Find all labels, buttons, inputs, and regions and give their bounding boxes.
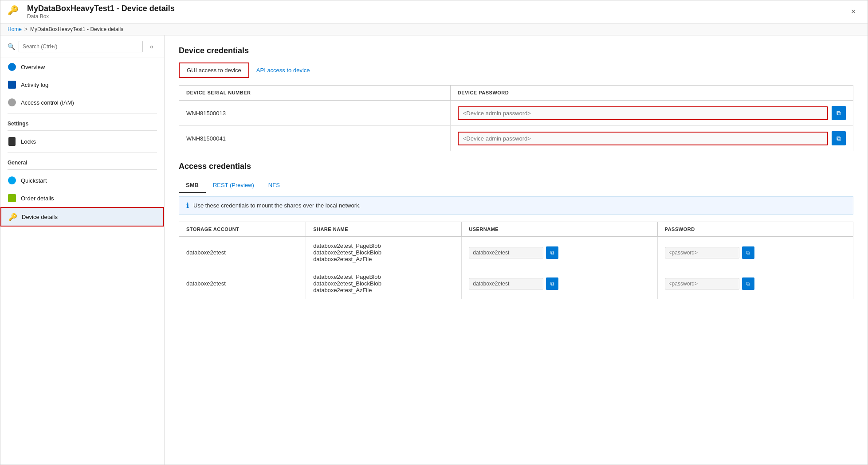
password-cell-2: ⧉ <box>450 126 853 151</box>
breadcrumb-home[interactable]: Home <box>8 26 22 32</box>
tab-smb[interactable]: SMB <box>179 178 206 193</box>
copy-icon: ⧉ <box>746 250 750 256</box>
main-layout: 🔍 « Overview Activity log <box>0 35 868 465</box>
breadcrumb-sep: > <box>24 26 27 32</box>
copy-password-button-2[interactable]: ⧉ <box>832 131 846 145</box>
share-name-cell: databoxe2etest_PageBlob databoxe2etest_B… <box>306 237 462 268</box>
page-subtitle: Data Box <box>27 13 846 20</box>
device-icon: 🔑 <box>8 212 17 221</box>
sidebar-item-label: Activity log <box>21 82 48 88</box>
breadcrumb-current: MyDataBoxHeavyTest1 - Device details <box>30 26 123 32</box>
search-input[interactable] <box>19 41 143 52</box>
copy-access-password-button-2[interactable]: ⧉ <box>742 277 754 290</box>
username-input-1[interactable] <box>469 247 543 258</box>
quickstart-icon <box>8 176 16 185</box>
sidebar-item-order-details[interactable]: Order details <box>0 189 164 207</box>
sidebar-divider-general <box>8 152 157 152</box>
col-storage-account: STORAGE ACCOUNT <box>179 222 306 237</box>
search-icon: 🔍 <box>8 43 15 50</box>
username-input-2[interactable] <box>469 278 543 289</box>
sidebar-item-overview[interactable]: Overview <box>0 58 164 76</box>
serial-number-cell: WNH81500013 <box>179 100 451 126</box>
sidebar-item-label: Quickstart <box>21 177 47 184</box>
sidebar-search-bar: 🔍 « <box>0 35 164 58</box>
serial-number-cell: WNH81500041 <box>179 126 451 151</box>
sidebar-divider-settings2 <box>8 130 157 131</box>
col-device-password: DEVICE PASSWORD <box>450 86 853 101</box>
col-password: PASSWORD <box>657 222 853 237</box>
settings-section-header: Settings <box>0 115 164 129</box>
copy-icon: ⧉ <box>746 281 750 287</box>
order-icon <box>8 194 16 203</box>
device-password-input-2[interactable] <box>458 132 828 145</box>
storage-account-cell: databoxe2etest <box>179 237 306 268</box>
sidebar-item-label: Order details <box>21 195 54 202</box>
sidebar-item-access-control[interactable]: Access control (IAM) <box>0 94 164 111</box>
password-input-1[interactable] <box>665 247 739 258</box>
access-credentials-title: Access credentials <box>179 162 853 171</box>
share-name-line1: databoxe2etest_PageBlob <box>313 242 454 249</box>
app-icon: 🔑 <box>8 5 22 19</box>
copy-icon: ⧉ <box>550 250 554 256</box>
share-name-line3: databoxe2etest_AzFile <box>313 287 454 293</box>
col-share-name: SHARE NAME <box>306 222 462 237</box>
cloud-icon <box>8 63 16 71</box>
tab-nfs[interactable]: NFS <box>261 178 287 193</box>
sidebar-item-locks[interactable]: Locks <box>0 133 164 150</box>
share-name-line1: databoxe2etest_PageBlob <box>313 274 454 280</box>
sidebar-item-activity-log[interactable]: Activity log <box>0 76 164 94</box>
sidebar-item-label: Locks <box>21 138 36 145</box>
sidebar-item-label: Access control (IAM) <box>21 99 74 106</box>
share-name-line2: databoxe2etest_BlockBlob <box>313 280 454 287</box>
sidebar-item-quickstart[interactable]: Quickstart <box>0 172 164 189</box>
sidebar: 🔍 « Overview Activity log <box>0 35 165 465</box>
share-name-cell: databoxe2etest_PageBlob databoxe2etest_B… <box>306 268 462 299</box>
sidebar-divider-settings <box>8 113 157 113</box>
info-bar: ℹ Use these credentials to mount the sha… <box>179 196 853 215</box>
copy-username-button-2[interactable]: ⧉ <box>546 277 558 290</box>
password-field-cell: ⧉ <box>657 237 853 268</box>
col-username: USERNAME <box>462 222 657 237</box>
sidebar-divider-general2 <box>8 169 157 170</box>
device-tab-bar: GUI access to device API access to devic… <box>179 63 853 78</box>
username-cell: ⧉ <box>462 237 657 268</box>
table-row: WNH81500013 ⧉ <box>179 100 853 126</box>
page-title: MyDataBoxHeavyTest1 - Device details <box>27 4 846 13</box>
copy-icon: ⧉ <box>837 109 841 117</box>
general-section-header: General <box>0 154 164 168</box>
username-cell-2: ⧉ <box>462 268 657 299</box>
content-area: Device credentials GUI access to device … <box>165 35 868 465</box>
lock-icon <box>8 137 16 146</box>
password-cell-1: ⧉ <box>450 100 853 126</box>
activity-icon <box>8 80 16 89</box>
breadcrumb: Home > MyDataBoxHeavyTest1 - Device deta… <box>0 23 868 35</box>
tab-gui-access[interactable]: GUI access to device <box>179 63 249 78</box>
col-serial-number: DEVICE SERIAL NUMBER <box>179 86 451 101</box>
tab-api-access[interactable]: API access to device <box>249 63 317 78</box>
storage-account-cell: databoxe2etest <box>179 268 306 299</box>
info-icon: ℹ <box>186 201 189 210</box>
info-message: Use these credentials to mount the share… <box>193 202 361 209</box>
password-field-cell-2: ⧉ <box>657 268 853 299</box>
copy-password-button-1[interactable]: ⧉ <box>832 106 846 120</box>
password-input-2[interactable] <box>665 278 739 289</box>
sidebar-item-label: Overview <box>21 64 45 70</box>
title-bar: 🔑 MyDataBoxHeavyTest1 - Device details D… <box>0 0 868 23</box>
table-row: WNH81500041 ⧉ <box>179 126 853 151</box>
access-tab-bar: SMB REST (Preview) NFS <box>179 178 853 193</box>
device-credentials-title: Device credentials <box>179 46 853 55</box>
sidebar-item-device-details[interactable]: 🔑 Device details <box>0 207 164 227</box>
copy-icon: ⧉ <box>837 135 841 142</box>
share-name-line2: databoxe2etest_BlockBlob <box>313 249 454 256</box>
access-credentials-table: STORAGE ACCOUNT SHARE NAME USERNAME PASS… <box>179 222 853 299</box>
device-password-input-1[interactable] <box>458 106 828 120</box>
copy-access-password-button-1[interactable]: ⧉ <box>742 246 754 259</box>
collapse-sidebar-button[interactable]: « <box>146 41 157 52</box>
copy-icon: ⧉ <box>550 281 554 287</box>
share-name-line3: databoxe2etest_AzFile <box>313 256 454 262</box>
main-window: 🔑 MyDataBoxHeavyTest1 - Device details D… <box>0 0 868 465</box>
close-button[interactable]: × <box>846 5 860 19</box>
copy-username-button-1[interactable]: ⧉ <box>546 246 558 259</box>
tab-rest[interactable]: REST (Preview) <box>206 178 261 193</box>
people-icon <box>8 98 16 107</box>
